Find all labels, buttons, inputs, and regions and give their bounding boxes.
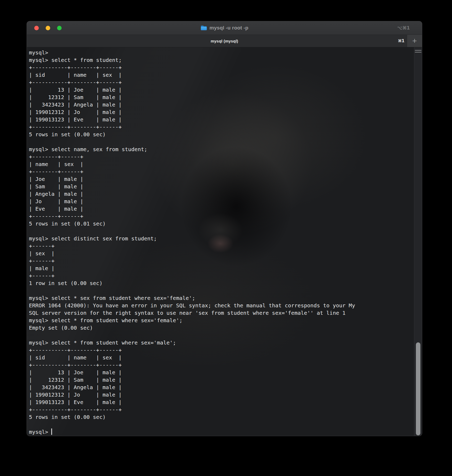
new-tab-button[interactable]: + <box>407 35 422 47</box>
window-shortcut-label: ⌥⌘1 <box>397 21 410 35</box>
scroll-top-indicator <box>415 50 421 54</box>
title-bar[interactable]: mysql -u root -p ⌥⌘1 <box>27 21 422 35</box>
title-group: mysql -u root -p <box>201 25 249 31</box>
terminal-lines: mysql> mysql> select * from student; +--… <box>29 49 355 435</box>
scrollbar-track[interactable] <box>414 47 422 436</box>
tab-shortcut-label: ⌘1 <box>398 35 404 47</box>
close-button[interactable] <box>34 26 39 30</box>
folder-icon <box>201 25 207 31</box>
window-title: mysql -u root -p <box>210 25 249 31</box>
tab-bar: mysql (mysql) ⌘1 + <box>27 35 422 47</box>
tab-mysql[interactable]: mysql (mysql) <box>211 39 238 43</box>
minimize-button[interactable] <box>46 26 50 30</box>
traffic-lights <box>34 21 62 35</box>
terminal-content[interactable]: mysql> mysql> select * from student; +--… <box>27 47 422 436</box>
terminal-window: mysql -u root -p ⌥⌘1 mysql (mysql) ⌘1 + … <box>27 21 422 436</box>
zoom-button[interactable] <box>57 26 62 30</box>
scrollbar-thumb[interactable] <box>416 342 420 435</box>
terminal-output: mysql> mysql> select * from student; +--… <box>27 47 422 436</box>
screen: mysql -u root -p ⌥⌘1 mysql (mysql) ⌘1 + … <box>0 0 452 476</box>
text-cursor <box>51 428 52 435</box>
